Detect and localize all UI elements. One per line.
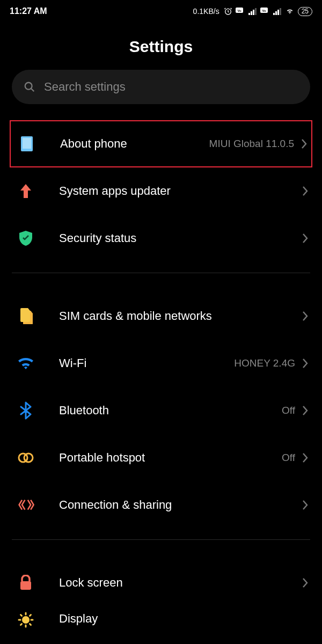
row-about-phone[interactable]: About phone MIUI Global 11.0.5 — [10, 120, 312, 167]
row-label: Security status — [59, 231, 302, 245]
alarm-icon — [224, 7, 232, 16]
divider — [12, 273, 310, 273]
svg-rect-6 — [255, 8, 257, 15]
arrow-up-icon — [14, 183, 38, 199]
chevron-right-icon — [302, 358, 308, 369]
svg-point-19 — [22, 616, 30, 624]
svg-rect-12 — [280, 8, 281, 15]
signal-icon-1 — [248, 8, 257, 15]
chevron-right-icon — [301, 138, 307, 149]
row-bluetooth[interactable]: Bluetooth Off — [0, 387, 322, 434]
svg-rect-9 — [273, 13, 275, 15]
netspeed-text: 0.1KB/s — [193, 7, 219, 16]
row-display[interactable]: Display — [0, 606, 322, 639]
connection-icon — [14, 498, 38, 512]
status-indicators: 0.1KB/s Vo Vo 25 — [193, 7, 312, 16]
row-value: Off — [282, 452, 295, 464]
svg-text:Vo: Vo — [262, 9, 266, 12]
volte-icon-2: Vo — [260, 8, 270, 15]
chevron-right-icon — [302, 311, 308, 321]
shield-check-icon — [14, 230, 38, 247]
row-wifi[interactable]: Wi-Fi HONEY 2.4G — [0, 340, 322, 387]
chevron-right-icon — [302, 577, 308, 588]
row-value: HONEY 2.4G — [234, 357, 295, 369]
settings-list: About phone MIUI Global 11.0.5 System ap… — [0, 120, 322, 639]
hotspot-icon — [14, 452, 38, 464]
row-sim-cards[interactable]: SIM cards & mobile networks — [0, 292, 322, 340]
chevron-right-icon — [302, 405, 308, 416]
svg-point-17 — [24, 453, 33, 462]
row-value: Off — [282, 405, 295, 416]
signal-icon-2 — [273, 8, 282, 15]
row-label: Lock screen — [59, 576, 302, 590]
row-lock-screen[interactable]: Lock screen — [0, 559, 322, 606]
brightness-icon — [14, 612, 38, 628]
row-connection-sharing[interactable]: Connection & sharing — [0, 481, 322, 529]
row-value: MIUI Global 11.0.5 — [209, 138, 294, 150]
divider — [12, 539, 310, 540]
bluetooth-icon — [14, 401, 38, 420]
chevron-right-icon — [302, 186, 308, 196]
row-label: Bluetooth — [59, 404, 282, 418]
svg-point-13 — [25, 83, 32, 90]
chevron-right-icon — [302, 500, 308, 510]
search-bar[interactable] — [12, 70, 310, 104]
row-label: SIM cards & mobile networks — [59, 309, 302, 323]
row-security-status[interactable]: Security status — [0, 215, 322, 262]
status-time: 11:27 AM — [10, 6, 47, 16]
svg-rect-18 — [20, 581, 31, 590]
row-label: Connection & sharing — [59, 498, 302, 512]
chevron-right-icon — [302, 233, 308, 244]
svg-text:Vo: Vo — [237, 9, 241, 12]
svg-rect-3 — [248, 13, 250, 15]
svg-rect-10 — [275, 11, 277, 15]
search-icon — [24, 81, 35, 93]
row-label: Wi-Fi — [59, 356, 234, 370]
search-input[interactable] — [44, 80, 298, 94]
sim-icon — [14, 308, 38, 324]
svg-rect-15 — [23, 138, 31, 149]
row-hotspot[interactable]: Portable hotspot Off — [0, 434, 322, 481]
row-system-updater[interactable]: System apps updater — [0, 167, 322, 215]
volte-icon-1: Vo — [236, 8, 245, 15]
lock-icon — [14, 575, 38, 591]
chevron-right-icon — [302, 452, 308, 463]
svg-rect-4 — [251, 11, 252, 15]
row-label: System apps updater — [59, 184, 302, 198]
row-label: Display — [59, 612, 308, 626]
row-label: Portable hotspot — [59, 451, 282, 465]
battery-indicator: 25 — [298, 7, 312, 16]
status-bar: 11:27 AM 0.1KB/s Vo Vo 25 — [0, 0, 322, 21]
row-label: About phone — [60, 137, 209, 151]
wifi-icon — [14, 356, 38, 370]
svg-rect-5 — [253, 10, 254, 15]
page-title: Settings — [0, 21, 322, 70]
phone-icon — [15, 135, 39, 152]
wifi-icon — [285, 8, 295, 15]
svg-rect-11 — [277, 10, 279, 15]
